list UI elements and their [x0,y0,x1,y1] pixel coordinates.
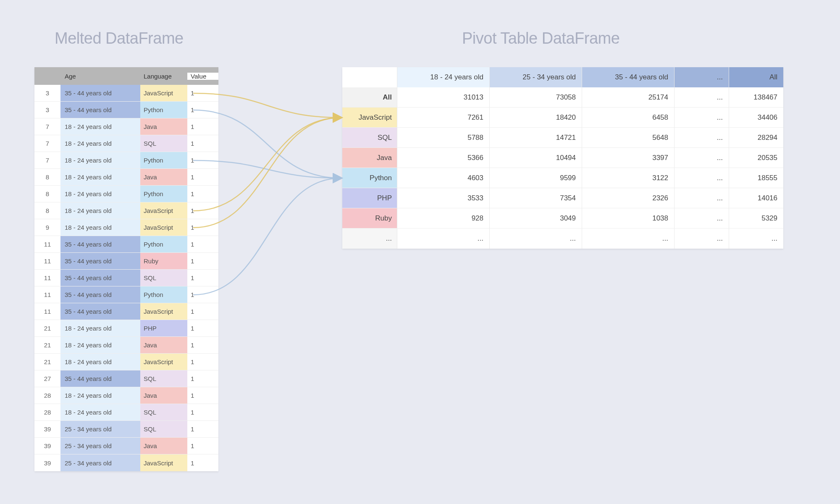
pivot-cell: 14721 [489,128,582,147]
melted-cell-lang: JavaScript [140,454,187,471]
melted-header: Age Language Value [34,67,218,85]
melted-cell-lang: Python [140,286,187,303]
melted-cell-index: 39 [34,438,60,454]
melted-cell-age: 18 - 24 years old [60,387,140,404]
pivot-cell: ... [489,228,582,249]
melted-cell-index: 11 [34,236,60,252]
pivot-table: 18 - 24 years old 25 - 34 years old 35 -… [342,67,783,249]
pivot-cell: 10494 [489,148,582,168]
pivot-row: All310137305825174...138467 [342,87,783,108]
pivot-cell: 3397 [582,148,674,168]
pivot-cell: 18555 [729,168,783,188]
melted-cell-lang: Python [140,236,187,252]
melted-cell-lang: Python [140,102,187,118]
melted-cell-index: 8 [34,186,60,202]
pivot-header-col: 18 - 24 years old [397,67,489,87]
pivot-cell: ... [674,108,729,127]
pivot-cell: 3049 [489,208,582,228]
melted-row: 2818 - 24 years oldJava1 [34,387,218,404]
melted-row: 718 - 24 years oldJava1 [34,118,218,135]
pivot-cell: ... [729,228,783,249]
pivot-header: 18 - 24 years old 25 - 34 years old 35 -… [342,67,783,87]
pivot-cell: 138467 [729,87,783,107]
melted-cell-age: 25 - 34 years old [60,454,140,471]
melted-cell-age: 35 - 44 years old [60,236,140,252]
melted-row: 1135 - 44 years oldJavaScript1 [34,303,218,320]
pivot-cell: ... [674,128,729,147]
melted-cell-index: 28 [34,387,60,404]
pivot-cell: 31013 [397,87,489,107]
pivot-row-label: PHP [342,188,397,208]
melted-row: 1135 - 44 years oldRuby1 [34,253,218,270]
melted-row: 1135 - 44 years oldPython1 [34,286,218,303]
melted-cell-value: 1 [187,286,218,303]
melted-row: 335 - 44 years oldPython1 [34,102,218,118]
melted-cell-lang: SQL [140,270,187,286]
pivot-row-label: Python [342,168,397,188]
melted-row: 818 - 24 years oldJava1 [34,169,218,186]
pivot-cell: 5329 [729,208,783,228]
pivot-cell: 3122 [582,168,674,188]
pivot-cell: ... [582,228,674,249]
pivot-row: Python460395993122...18555 [342,168,783,188]
melted-cell-index: 3 [34,85,60,101]
pivot-cell: ... [674,148,729,168]
pivot-header-col: ... [674,67,729,87]
melted-cell-age: 18 - 24 years old [60,404,140,420]
melted-cell-value: 1 [187,118,218,135]
melted-cell-value: 1 [187,236,218,252]
melted-cell-index: 21 [34,320,60,336]
melted-cell-value: 1 [187,404,218,420]
melted-cell-value: 1 [187,354,218,370]
melted-cell-value: 1 [187,152,218,168]
melted-cell-value: 1 [187,370,218,387]
melted-cell-lang: Python [140,186,187,202]
melted-row: 2735 - 44 years oldSQL1 [34,370,218,387]
melted-cell-lang: JavaScript [140,202,187,219]
melted-cell-lang: Python [140,152,187,168]
pivot-cell: 14016 [729,188,783,208]
pivot-cell: 28294 [729,128,783,147]
melted-cell-value: 1 [187,102,218,118]
pivot-header-col: All [729,67,783,87]
pivot-cell: 20535 [729,148,783,168]
pivot-cell: 2326 [582,188,674,208]
melted-cell-lang: PHP [140,320,187,336]
melted-cell-index: 39 [34,421,60,437]
pivot-cell: ... [674,188,729,208]
melted-row: 718 - 24 years oldSQL1 [34,135,218,152]
melted-cell-age: 18 - 24 years old [60,135,140,152]
melted-cell-index: 8 [34,202,60,219]
pivot-cell: 73058 [489,87,582,107]
melted-cell-value: 1 [187,270,218,286]
melted-cell-value: 1 [187,454,218,471]
melted-header-value: Value [187,73,218,80]
melted-cell-lang: Java [140,169,187,185]
melted-cell-index: 8 [34,169,60,185]
melted-cell-lang: Java [140,387,187,404]
melted-row: 2118 - 24 years oldJava1 [34,337,218,354]
melted-cell-index: 39 [34,454,60,471]
pivot-cell: ... [397,228,489,249]
melted-cell-age: 18 - 24 years old [60,169,140,185]
pivot-row: .................. [342,228,783,249]
melted-cell-age: 18 - 24 years old [60,152,140,168]
pivot-row: JavaScript7261184206458...34406 [342,108,783,128]
pivot-cell: 3533 [397,188,489,208]
melted-cell-value: 1 [187,169,218,185]
pivot-row-label: Ruby [342,208,397,228]
melted-row: 2818 - 24 years oldSQL1 [34,404,218,421]
melted-cell-value: 1 [187,421,218,437]
melted-row: 3925 - 34 years oldJavaScript1 [34,454,218,471]
melted-cell-lang: Java [140,118,187,135]
melted-cell-age: 18 - 24 years old [60,354,140,370]
pivot-header-rowlabel [342,67,397,87]
melted-cell-index: 27 [34,370,60,387]
melted-header-lang: Language [140,73,187,80]
pivot-row: Ruby92830491038...5329 [342,208,783,228]
melted-row: 1135 - 44 years oldPython1 [34,236,218,253]
melted-cell-index: 9 [34,219,60,236]
melted-row: 718 - 24 years oldPython1 [34,152,218,169]
pivot-row-label: All [342,87,397,107]
title-melted: Melted DataFrame [55,29,184,47]
